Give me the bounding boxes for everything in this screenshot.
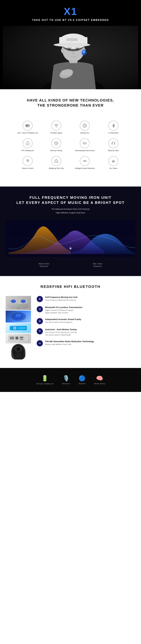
hifi-icon-motion-tuning <box>37 328 43 334</box>
feature-icon-signal <box>51 121 61 130</box>
svg-point-31 <box>85 143 86 144</box>
svg-rect-73 <box>20 337 23 338</box>
waveform-container <box>6 220 135 260</box>
svg-point-20 <box>83 51 85 53</box>
bottom-battery: 🔋 100 Hours Of Battery Life <box>36 375 54 385</box>
hifi-text-full-freq: Full Frequency Moving Iron Unit Three Fr… <box>45 296 78 302</box>
svg-point-87 <box>40 321 40 321</box>
hifi-title: REDEFINE HIFI BLUETOOTH <box>6 284 135 289</box>
feature-item-binaural-calls: Binaural Calls <box>100 138 127 152</box>
hero-title: X1 <box>3 6 138 17</box>
hifi-features-list: Full Frequency Moving Iron Unit Three Fr… <box>37 296 135 346</box>
svg-point-83 <box>16 353 21 358</box>
feature-icon-volume-control <box>23 156 32 166</box>
svg-rect-69 <box>18 327 26 329</box>
product-images <box>6 296 31 360</box>
feature-item-weight: 4.6g Weighing Only 4.6g <box>43 156 70 170</box>
person-svg <box>3 26 138 89</box>
feature-label-moving-iron: Moving Iron <box>80 132 89 134</box>
bottom-strip: 🔋 100 Hours Of Battery Life 🎙️ Moving Ir… <box>0 368 141 392</box>
hifi-icon-bluetooth-5 <box>37 306 43 312</box>
battery-label: 100 Hours Of Battery Life <box>36 383 54 385</box>
hifi-content: Full Frequency Moving Iron Unit Three Fr… <box>6 296 135 360</box>
svg-point-28 <box>84 125 86 126</box>
features-grid: 100 + Hours Of Battery Life 20 Meter Sig… <box>8 121 132 178</box>
svg-rect-25 <box>28 125 28 126</box>
feature-label-binaural-calls: Binaural Calls <box>108 150 118 152</box>
svg-point-82 <box>17 348 19 350</box>
feature-label-weight: Weighing Only 4.6g <box>49 167 64 170</box>
feature-icon-bluetooth <box>108 121 118 130</box>
svg-rect-24 <box>27 125 28 126</box>
feature-icon-binaural-calls <box>108 138 118 148</box>
feature-item-volume-control: Volume Control <box>14 156 41 170</box>
feature-item-auto-interconnect: Automatically Interconnect <box>71 138 98 152</box>
hero-section: X1 TAKE OUT TO USE BT V5.0 CHIPSET EMBED… <box>0 0 141 89</box>
waveform-labels: Before Noise Reduction After Noise Reduc… <box>6 262 135 273</box>
iron-label: Moving Iron <box>62 383 70 384</box>
feature-icon-auto-interconnect <box>80 138 90 148</box>
svg-point-52 <box>70 248 71 249</box>
feature-icon-up-down <box>108 156 118 166</box>
svg-point-92 <box>40 331 40 331</box>
feature-icon-waterproof <box>23 138 32 148</box>
bottom-bluetooth: 🔵 Bluetooth <box>78 375 86 385</box>
product-iron-image <box>6 323 31 333</box>
hifi-feature-noise-8th: The 8th Generation Noise Reduction Techn… <box>37 340 135 346</box>
feature-label-memory-pairing: Memory Pairing <box>50 150 62 152</box>
bluetooth-label: Bluetooth <box>78 383 86 384</box>
freq-section: FULL FREQUENCY MOVING IRON UNIT LET EVER… <box>0 186 141 276</box>
feature-item-memory-pairing: Memory Pairing <box>43 138 70 152</box>
svg-rect-17 <box>67 70 69 76</box>
feature-icon-memory-pairing <box>51 138 61 148</box>
hero-subtitle: TAKE OUT TO USE BT V5.0 CHIPSET EMBEDDED <box>3 18 138 22</box>
svg-marker-47 <box>112 160 115 161</box>
feature-icon-noise-reduction <box>80 156 90 166</box>
svg-point-30 <box>83 143 84 144</box>
feature-label-up-down: Up / Down <box>110 167 117 170</box>
product-case-image <box>6 296 31 310</box>
product-board-image <box>6 334 31 344</box>
hifi-feature-motion-tuning: Instructor - level Motion Tuning The Fun… <box>37 328 135 336</box>
svg-rect-22 <box>29 125 30 126</box>
after-noise-label: After Noise Reduction <box>93 262 102 268</box>
hifi-section: REDEFINE HIFI BLUETOOTH <box>0 276 141 368</box>
svg-rect-71 <box>10 337 14 340</box>
svg-point-29 <box>54 142 58 145</box>
feature-item-bluetooth: 5.0 Bluetooth <box>100 121 127 134</box>
svg-point-26 <box>56 127 57 128</box>
svg-point-88 <box>39 330 40 331</box>
svg-point-11 <box>76 48 79 50</box>
memory-label: Memory Pairing <box>94 383 105 384</box>
svg-point-12 <box>61 48 64 53</box>
svg-point-68 <box>14 327 16 329</box>
svg-point-90 <box>40 332 40 332</box>
svg-point-7 <box>54 43 90 47</box>
hero-image <box>3 26 138 89</box>
freq-title: FULL FREQUENCY MOVING IRON UNIT LET EVER… <box>6 195 135 205</box>
waveform-svg <box>6 220 135 257</box>
bottom-iron: 🎙️ Moving Iron <box>62 375 70 385</box>
svg-marker-48 <box>112 162 115 163</box>
feature-label-noise-reduction: Intelligent Noise Reduction <box>75 167 95 170</box>
hifi-icon-full-freq <box>37 296 43 302</box>
svg-rect-74 <box>20 339 23 340</box>
iron-icon: 🎙️ <box>62 375 70 382</box>
hifi-text-sound-cavity: Independent Acoustic Sound Cavity The Vo… <box>45 318 81 324</box>
svg-point-58 <box>11 300 16 303</box>
features-grid-section: 100 + Hours Of Battery Life 20 Meter Sig… <box>0 121 141 186</box>
bottom-memory: 🧠 Memory Pairing <box>94 375 105 385</box>
svg-rect-57 <box>17 308 20 309</box>
svg-rect-6 <box>66 38 78 41</box>
memory-icon: 🧠 <box>94 375 105 382</box>
feature-item-battery: 100 + Hours Of Battery Life <box>14 121 41 134</box>
hifi-icon-noise-8th <box>37 340 43 346</box>
feature-item-up-down: Up / Down <box>100 156 127 170</box>
feature-item-noise-reduction: Intelligent Noise Reduction <box>71 156 98 170</box>
product-earbud-image <box>6 310 31 322</box>
feature-label-waterproof: IPX7 Waterproof <box>22 150 34 152</box>
before-noise-label: Before Noise Reduction <box>39 262 49 268</box>
svg-rect-72 <box>16 337 18 340</box>
freq-subtitle: The Balanced Armature Drive Unit Present… <box>6 208 135 214</box>
feature-item-moving-iron: Moving Iron <box>71 121 98 134</box>
